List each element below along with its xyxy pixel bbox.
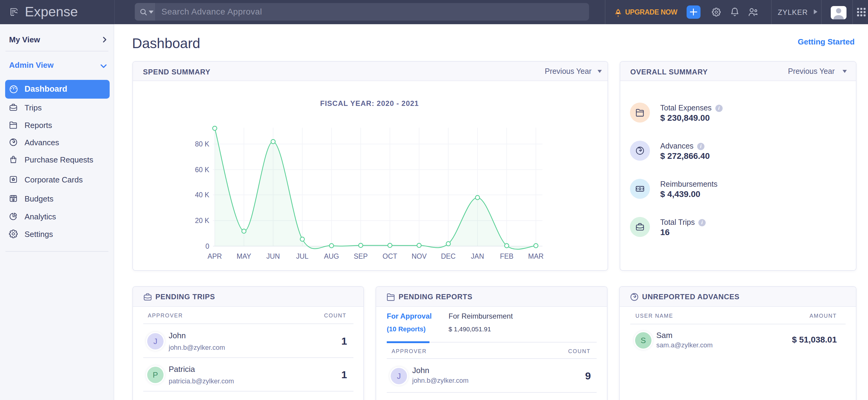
svg-text:NOV: NOV bbox=[411, 252, 427, 260]
svg-text:DEC: DEC bbox=[441, 252, 456, 260]
svg-text:JUL: JUL bbox=[296, 252, 309, 260]
svg-text:MAY: MAY bbox=[237, 252, 251, 260]
svg-text:JAN: JAN bbox=[471, 252, 484, 260]
svg-text:FEB: FEB bbox=[500, 252, 514, 260]
svg-text:60 K: 60 K bbox=[195, 166, 210, 174]
svg-text:OCT: OCT bbox=[382, 252, 397, 260]
svg-text:AUG: AUG bbox=[324, 252, 339, 260]
svg-text:40 K: 40 K bbox=[195, 191, 210, 199]
svg-text:SEP: SEP bbox=[354, 252, 368, 260]
svg-text:FISCAL YEAR: 2020 - 2021: FISCAL YEAR: 2020 - 2021 bbox=[320, 99, 419, 107]
svg-text:JUN: JUN bbox=[266, 252, 280, 260]
svg-text:MAR: MAR bbox=[528, 252, 544, 260]
svg-text:APR: APR bbox=[208, 252, 222, 260]
svg-text:0: 0 bbox=[205, 242, 209, 250]
svg-text:20 K: 20 K bbox=[195, 216, 210, 225]
svg-text:80 K: 80 K bbox=[195, 140, 210, 148]
